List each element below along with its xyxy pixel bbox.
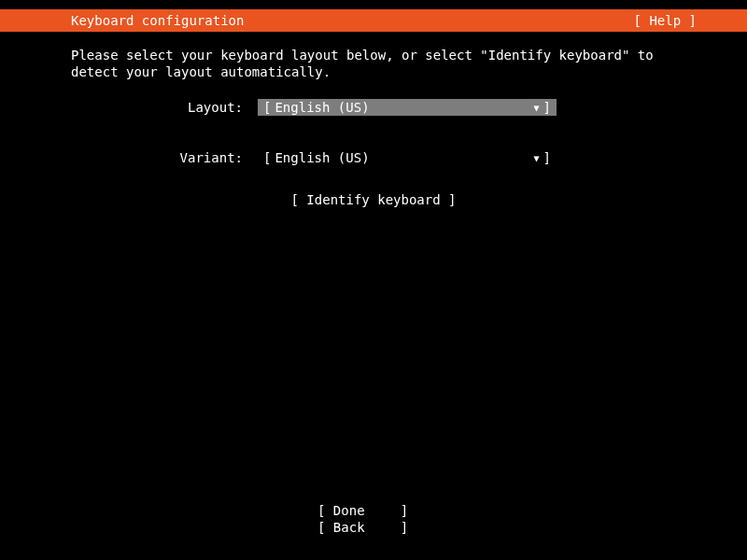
bracket-open: [ [263, 150, 271, 165]
chevron-down-icon: ▼ [534, 103, 540, 113]
done-button[interactable]: [ Done] [317, 502, 430, 519]
variant-dropdown[interactable]: [ English (US) ▼ ] [258, 149, 557, 166]
bracket-open: [ [263, 100, 271, 115]
variant-row: Variant: [ English (US) ▼ ] [71, 149, 676, 166]
back-button[interactable]: [ Back] [317, 519, 430, 536]
help-button[interactable]: [ Help ] [634, 13, 740, 28]
footer: [ Done] [ Back] [0, 502, 747, 536]
chevron-down-icon: ▼ [534, 153, 540, 163]
layout-value: English (US) [271, 100, 533, 115]
content-area: Please select your keyboard layout below… [0, 32, 747, 207]
bracket-close: ] [543, 100, 551, 115]
identify-keyboard-button[interactable]: [ Identify keyboard ] [290, 192, 456, 207]
layout-row: Layout: [ English (US) ▼ ] [71, 99, 676, 116]
layout-label: Layout: [71, 100, 258, 115]
variant-label: Variant: [71, 150, 258, 165]
layout-dropdown[interactable]: [ English (US) ▼ ] [258, 99, 557, 116]
identify-row: [ Identify keyboard ] [71, 192, 676, 207]
instruction-text: Please select your keyboard layout below… [71, 47, 676, 80]
header-bar: Keyboard configuration [ Help ] [0, 9, 747, 32]
bracket-close: ] [543, 150, 551, 165]
variant-value: English (US) [271, 150, 533, 165]
page-title: Keyboard configuration [7, 13, 244, 28]
